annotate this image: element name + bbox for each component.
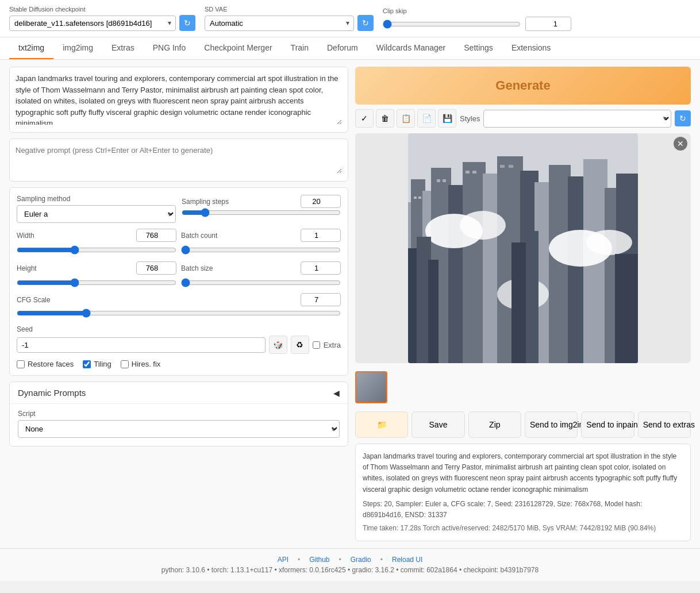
height-label: Height [17,264,63,272]
cfg-input[interactable] [301,293,341,306]
dynamic-prompts-body: Script None [10,403,348,446]
negative-prompt-input[interactable] [16,145,342,174]
seed-recycle-button[interactable]: ♻ [291,336,309,354]
tab-wildcards-manager[interactable]: Wildcards Manager [367,37,455,59]
style-save-button[interactable]: 💾 [438,109,456,128]
tab-img2img[interactable]: img2img [53,37,102,59]
script-select[interactable]: None [18,420,340,438]
svg-point-25 [460,211,506,240]
tiling-checkbox[interactable]: Tiling [83,360,111,368]
styles-refresh-button[interactable]: ↻ [675,110,691,126]
style-trash-button[interactable]: 🗑 [376,109,394,128]
thumbnail-item[interactable] [355,371,387,403]
sdvae-group: SD VAE Automatic ↻ [205,6,374,31]
svg-rect-16 [414,197,417,199]
svg-rect-31 [428,260,439,363]
zip-button[interactable]: Zip [468,411,521,438]
tab-extensions[interactable]: Extensions [502,37,560,59]
generate-area: Generate ✓ 🗑 📋 📄 💾 Styles [355,67,691,128]
style-paste-button[interactable]: 📄 [417,109,436,128]
tab-deforum[interactable]: Deforum [318,37,367,59]
checkpoint-label: Stable Diffusion checkpoint [9,6,195,13]
batch-count-label: Batch count [181,232,227,240]
cfg-slider[interactable] [17,309,341,318]
svg-rect-19 [443,179,446,182]
seed-row: 🎲 ♻ Extra [17,336,341,354]
footer-gradio-link[interactable]: Gradio [351,556,371,564]
tab-extras[interactable]: Extras [102,37,144,59]
sdvae-refresh-button[interactable]: ↻ [357,15,374,31]
batch-size-slider[interactable] [181,278,341,287]
footer-links: API • Github • Gradio • Reload UI [7,556,693,564]
svg-rect-33 [526,231,539,363]
left-panel: Japan landmarks travel touring and explo… [9,67,348,541]
batch-size-input[interactable] [301,261,341,275]
folder-button[interactable]: 📁 [355,411,408,438]
tabs-bar: txt2img img2img Extras PNG Info Checkpoi… [0,37,700,60]
info-time: Time taken: 17.28s Torch active/reserved… [363,523,683,534]
style-apply-button[interactable]: ✓ [355,109,374,128]
style-clipboard-button[interactable]: 📋 [397,109,415,128]
restore-faces-label: Restore faces [28,360,74,368]
seed-section: Seed 🎲 ♻ Extra [17,325,341,354]
tab-pnginfo[interactable]: PNG Info [144,37,195,59]
sampling-steps-input[interactable] [301,195,341,208]
width-input[interactable] [136,229,176,242]
info-box: Japan landmarks travel touring and explo… [355,444,691,541]
seed-input[interactable] [17,337,266,353]
tab-checkpoint-merger[interactable]: Checkpoint Merger [195,37,281,59]
svg-rect-18 [437,179,440,182]
tab-txt2img[interactable]: txt2img [9,37,53,59]
action-buttons: 📁 Save Zip Send to img2img Send to inpai… [355,411,691,438]
sampling-row: Sampling method Euler a Sampling steps [17,195,341,223]
styles-select[interactable] [483,110,671,128]
send-inpaint-button[interactable]: Send to inpaint [581,411,634,438]
batch-count-input[interactable] [301,229,341,242]
negative-prompt-box [9,138,348,182]
send-img2img-button[interactable]: Send to img2img [525,411,578,438]
image-close-button[interactable]: ✕ [674,137,687,151]
batch-size-label: Batch size [181,264,227,272]
dynamic-prompts-header[interactable]: Dynamic Prompts ◀ [10,382,348,403]
dynamic-prompts-collapse-icon[interactable]: ◀ [333,388,340,398]
script-label: Script [18,410,340,418]
seed-extra-label: Extra [324,341,341,349]
svg-point-27 [586,230,632,255]
top-bar: Stable Diffusion checkpoint deliberate_v… [0,0,700,37]
info-description: Japan landmarks travel touring and explo… [363,451,683,495]
sampling-steps-col: Sampling steps [182,195,341,219]
cfg-label: CFG Scale [17,296,63,304]
footer-github-link[interactable]: Github [309,556,329,564]
hires-fix-checkbox[interactable]: Hires. fix [121,360,161,368]
width-slider[interactable] [17,245,176,255]
tab-train[interactable]: Train [282,37,318,59]
sdvae-select[interactable]: Automatic [205,16,354,31]
checkpoint-refresh-button[interactable]: ↻ [179,15,195,31]
info-stats: Steps: 20, Sampler: Euler a, CFG scale: … [363,499,683,521]
save-button[interactable]: Save [411,411,464,438]
checkpoint-select[interactable]: deliberate_v11.safetensors [d8691b4d16] [9,16,176,31]
svg-rect-34 [615,254,638,363]
sampling-method-select[interactable]: Euler a [17,205,176,223]
height-slider[interactable] [17,278,176,287]
clip-skip-label: Clip skip [383,7,571,14]
seed-extra-checkbox[interactable] [313,341,320,349]
restore-faces-checkbox[interactable]: Restore faces [17,360,74,368]
generate-button[interactable]: Generate [355,67,691,105]
tab-settings[interactable]: Settings [455,37,502,59]
clip-skip-input[interactable] [525,17,571,31]
send-extras-button[interactable]: Send to extras [638,411,691,438]
footer-reload-link[interactable]: Reload UI [392,556,422,564]
sampling-steps-label: Sampling steps [182,198,229,206]
batch-count-slider[interactable] [181,245,341,255]
footer: API • Github • Gradio • Reload UI python… [0,548,700,581]
height-input[interactable] [136,261,176,275]
clip-skip-slider[interactable] [383,20,521,29]
sampling-steps-slider[interactable] [182,208,341,217]
hires-fix-label: Hires. fix [132,360,161,368]
svg-rect-5 [448,185,464,363]
seed-random-button[interactable]: 🎲 [269,336,287,354]
footer-api-link[interactable]: API [278,556,289,564]
positive-prompt-input[interactable]: Japan landmarks travel touring and explo… [16,73,342,125]
batch-col: Batch count Batch size [181,229,341,287]
